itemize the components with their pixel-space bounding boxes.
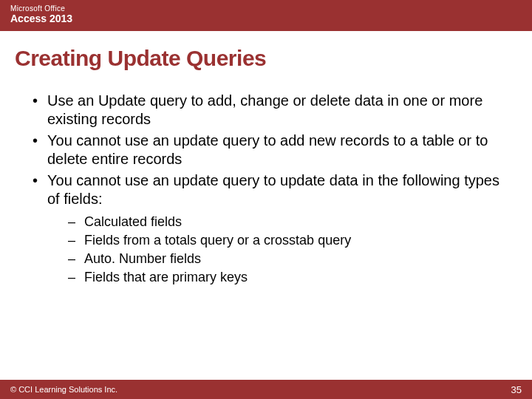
- bullet-item: You cannot use an update query to update…: [30, 171, 508, 287]
- slide-footer: © CCI Learning Solutions Inc. 35: [0, 380, 532, 399]
- bullet-list: Use an Update query to add, change or de…: [30, 92, 508, 287]
- product-label: Access 2013: [10, 13, 522, 25]
- brand-label: Microsoft Office: [10, 4, 522, 13]
- slide-title: Creating Update Queries: [15, 46, 532, 71]
- page-number: 35: [511, 384, 522, 395]
- bullet-item: Use an Update query to add, change or de…: [30, 92, 508, 129]
- bullet-item-text: You cannot use an update query to update…: [47, 172, 499, 207]
- bullet-item: You cannot use an update query to add ne…: [30, 132, 508, 168]
- copyright-text: © CCI Learning Solutions Inc.: [10, 385, 117, 394]
- slide-header: Microsoft Office Access 2013: [0, 0, 532, 31]
- sub-bullet-item: Calculated fields: [68, 213, 508, 231]
- sub-bullet-item: Auto. Number fields: [68, 250, 508, 268]
- slide-content: Use an Update query to add, change or de…: [30, 92, 508, 287]
- sub-bullet-list: Calculated fields Fields from a totals q…: [47, 213, 508, 287]
- sub-bullet-item: Fields from a totals query or a crosstab…: [68, 231, 508, 250]
- sub-bullet-item: Fields that are primary keys: [68, 268, 508, 287]
